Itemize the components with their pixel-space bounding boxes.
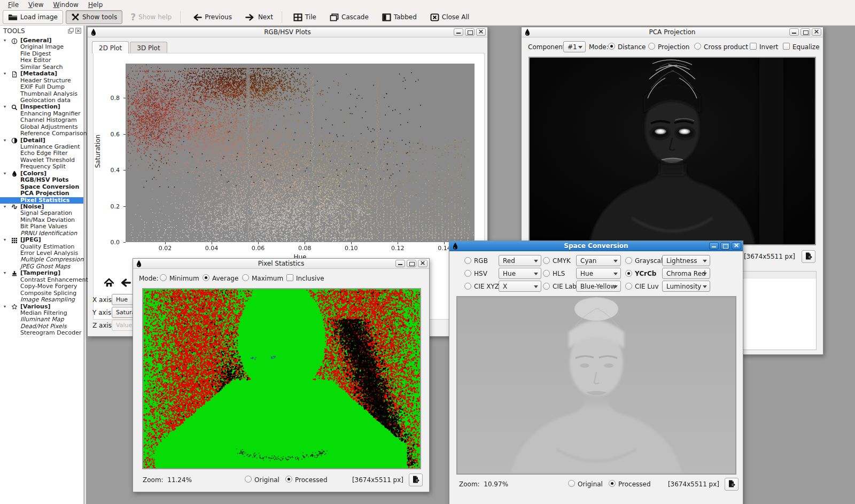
component-combo[interactable]: #1 xyxy=(563,41,586,52)
maximize-button[interactable] xyxy=(720,242,730,250)
tree-item-bit-plane-values[interactable]: Bit Plane Values xyxy=(0,223,83,230)
export-button[interactable] xyxy=(725,478,739,491)
close-panel-icon[interactable] xyxy=(75,28,81,34)
space-radio-grayscale[interactable] xyxy=(625,257,632,264)
space-radio-hls[interactable] xyxy=(543,270,550,277)
space-radio-cie-xyz[interactable] xyxy=(464,283,471,290)
show-tools-button[interactable]: Show tools xyxy=(66,10,122,24)
mode-maximum-radio[interactable] xyxy=(242,274,249,281)
tree-item-channel-histogram[interactable]: Channel Histogram xyxy=(0,117,83,123)
tree-item-prnu-identification[interactable]: PRNU Identification xyxy=(0,230,83,237)
plot-back-icon[interactable] xyxy=(119,278,131,288)
export-button[interactable] xyxy=(409,474,423,486)
pca-mode-projection-radio[interactable] xyxy=(648,43,655,50)
menu-view[interactable]: View xyxy=(24,1,48,9)
float-panel-icon[interactable] xyxy=(68,28,74,34)
tree-item-copy-move-forgery[interactable]: Copy-Move Forgery xyxy=(0,283,83,290)
tabbed-button[interactable]: Tabbed xyxy=(377,10,422,24)
tree-item-image-resampling[interactable]: Image Resampling xyxy=(0,297,83,303)
space-conversion-titlebar[interactable]: Space Conversion xyxy=(449,241,743,251)
space-combo-ycrcb[interactable]: Chroma Red xyxy=(662,268,710,279)
hue-saturation-scatter-plot[interactable] xyxy=(126,64,475,242)
expander-icon[interactable]: ▾ xyxy=(4,71,6,77)
space-radio-cmyk[interactable] xyxy=(543,257,550,264)
space-radio-cie-lab[interactable] xyxy=(543,283,550,290)
load-image-button[interactable]: Load image xyxy=(3,10,63,24)
tree-item-frequency-split[interactable]: Frequency Split xyxy=(0,164,83,170)
space-combo-hls[interactable]: Hue xyxy=(576,268,621,279)
maximize-button[interactable] xyxy=(465,28,475,36)
pixel-stats-titlebar[interactable]: Pixel Statistics xyxy=(133,259,429,269)
pixel-stats-image-viewport[interactable] xyxy=(142,288,421,469)
close-all-button[interactable]: Close All xyxy=(425,10,475,24)
processed-radio[interactable] xyxy=(609,480,616,487)
tree-item-original-image[interactable]: Original Image xyxy=(0,44,83,50)
processed-radio[interactable] xyxy=(285,476,292,483)
inclusive-checkbox[interactable] xyxy=(286,274,293,281)
tree-category-inspection[interactable]: ▾[Inspection] xyxy=(0,104,83,110)
tile-button[interactable]: Tile xyxy=(288,10,322,24)
space-radio-ycrcb[interactable] xyxy=(625,270,632,277)
minimize-button[interactable] xyxy=(709,242,719,250)
original-radio[interactable] xyxy=(568,480,575,487)
menu-window[interactable]: Window xyxy=(49,1,83,9)
tab-3d-plot[interactable]: 3D Plot xyxy=(130,42,167,53)
tree-item-echo-edge-filter[interactable]: Echo Edge Filter xyxy=(0,150,83,157)
mode-minimum-radio[interactable] xyxy=(160,274,167,281)
tree-item-illuminant-map[interactable]: Illuminant Map xyxy=(0,316,83,323)
space-combo-hsv[interactable]: Hue xyxy=(499,268,541,279)
tree-item-exif-full-dump[interactable]: EXIF Full Dump xyxy=(0,84,83,90)
space-image-viewport[interactable] xyxy=(456,296,736,475)
tree-category-tampering[interactable]: ▾[Tampering] xyxy=(0,270,83,276)
tree-item-rgb-hsv-plots[interactable]: RGB/HSV Plots xyxy=(0,177,83,183)
close-button[interactable] xyxy=(732,242,741,250)
expander-icon[interactable]: ▾ xyxy=(4,237,6,243)
expander-icon[interactable]: ▾ xyxy=(4,137,6,144)
maximize-button[interactable] xyxy=(800,28,810,36)
pca-titlebar[interactable]: PCA Projection xyxy=(522,27,823,37)
menu-help[interactable]: Help xyxy=(83,1,107,9)
space-combo-cmyk[interactable]: Cyan xyxy=(576,255,621,266)
tree-category-jpeg[interactable]: ▾[JPEG] xyxy=(0,237,83,243)
pca-image-viewport[interactable] xyxy=(528,57,816,245)
equalize-checkbox[interactable] xyxy=(783,43,790,50)
expander-icon[interactable]: ▾ xyxy=(4,170,6,177)
pca-mode-distance-radio[interactable] xyxy=(608,43,615,50)
close-button[interactable] xyxy=(812,28,821,36)
tree-item-pca-projection[interactable]: PCA Projection xyxy=(0,190,83,197)
show-help-button[interactable]: ? Show help xyxy=(125,10,177,24)
expander-icon[interactable]: ▾ xyxy=(4,37,6,44)
space-radio-hsv[interactable] xyxy=(464,270,471,277)
tab-2d-plot[interactable]: 2D Plot xyxy=(92,41,129,53)
expander-icon[interactable]: ▾ xyxy=(4,304,6,310)
previous-button[interactable]: Previous xyxy=(186,10,237,24)
tree-item-signal-separation[interactable]: Signal Separation xyxy=(0,210,83,216)
pca-mode-cross-product-radio[interactable] xyxy=(694,43,701,50)
close-button[interactable] xyxy=(418,260,428,267)
pca-export-button[interactable] xyxy=(802,250,815,263)
next-button[interactable]: Next xyxy=(240,10,278,24)
tree-item-hex-editor[interactable]: Hex Editor xyxy=(0,57,83,64)
space-combo-cie-lab[interactable]: Blue-Yellow xyxy=(576,281,621,292)
expander-icon[interactable]: ▾ xyxy=(4,104,6,110)
plot-home-icon[interactable] xyxy=(104,278,114,288)
mode-average-radio[interactable] xyxy=(203,274,209,281)
space-combo-rgb[interactable]: Red xyxy=(499,255,541,266)
invert-checkbox[interactable] xyxy=(750,43,757,50)
menu-file[interactable]: File xyxy=(3,1,24,9)
original-radio[interactable] xyxy=(245,476,252,483)
close-button[interactable] xyxy=(476,28,486,36)
tree-item-multiple-compression[interactable]: Multiple Compression xyxy=(0,257,83,263)
expander-icon[interactable]: ▾ xyxy=(4,270,6,276)
space-radio-cie-luv[interactable] xyxy=(625,283,632,290)
tree-item-stereogram-decoder[interactable]: Stereogram Decoder xyxy=(0,330,83,336)
minimize-button[interactable] xyxy=(789,28,799,36)
cascade-button[interactable]: Cascade xyxy=(324,10,374,24)
minimize-button[interactable] xyxy=(395,260,405,267)
space-combo-grayscale[interactable]: Lightness xyxy=(662,255,710,266)
space-combo-cie-luv[interactable]: Luminosity xyxy=(662,281,710,292)
minimize-button[interactable] xyxy=(454,28,463,36)
tree-item-reference-comparison[interactable]: Reference Comparison xyxy=(0,130,83,137)
tree-category-metadata[interactable]: ▾[Metadata] xyxy=(0,71,83,77)
space-radio-rgb[interactable] xyxy=(464,257,471,264)
